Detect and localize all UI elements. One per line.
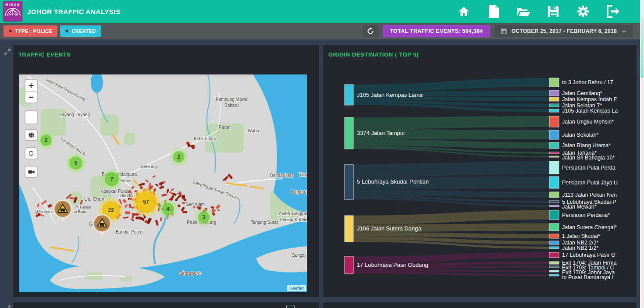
svg-text:Sening & Keleda: Sening & Keleda bbox=[280, 217, 307, 222]
svg-text:4: 4 bbox=[167, 206, 170, 212]
svg-text:Bandar Penawar: Bandar Penawar bbox=[291, 190, 307, 195]
tag-label: CREATED bbox=[72, 28, 96, 34]
origin-destination-title: ORIGIN DESTINATION ( TOP 5) bbox=[328, 51, 419, 58]
map-layers-button[interactable] bbox=[25, 110, 38, 124]
sankey-destination-node[interactable] bbox=[549, 266, 559, 268]
traffic-events-panel: TRAFFIC EVENTS Jalan Kota Tinggi-KluangL… bbox=[13, 45, 319, 297]
filter-tags: × TYPE : POLICE × CREATED bbox=[4, 25, 101, 37]
svg-text:Waha: Waha bbox=[248, 128, 259, 133]
header-actions bbox=[457, 0, 620, 23]
filter-tag-type-police[interactable]: × TYPE : POLICE bbox=[4, 25, 57, 37]
svg-text:m Batu: m Batu bbox=[74, 209, 86, 214]
svg-text:1 Jalan Skudai*: 1 Jalan Skudai* bbox=[562, 233, 600, 239]
svg-text:Tanjung: Tanjung bbox=[299, 172, 307, 177]
svg-text:Ulu Choh: Ulu Choh bbox=[84, 196, 104, 202]
map-circle-select-button[interactable] bbox=[25, 147, 38, 159]
svg-text:Baharu: Baharu bbox=[224, 103, 238, 108]
sankey-destination-node[interactable] bbox=[549, 223, 559, 231]
sankey-destination-node[interactable] bbox=[549, 90, 559, 96]
filter-bar: × TYPE : POLICE × CREATED TOTAL TRAFFIC … bbox=[0, 23, 640, 39]
sankey-destination-node[interactable] bbox=[549, 104, 559, 107]
sankey-source-node[interactable] bbox=[345, 164, 353, 199]
home-icon[interactable] bbox=[457, 4, 471, 18]
date-range-selector[interactable]: OCTOBER 25, 2017 - FEBRUARY 8, 2018 bbox=[495, 25, 633, 37]
sankey-destination-node[interactable] bbox=[549, 97, 559, 101]
map-zoom-in-button[interactable]: + bbox=[25, 79, 38, 91]
sankey-destination-node[interactable] bbox=[549, 205, 559, 207]
svg-text:Pontian: Pontian bbox=[37, 209, 52, 214]
origin-destination-panel: ORIGIN DESTINATION ( TOP 5) J105 Jalan K… bbox=[323, 45, 637, 297]
svg-text:m Nanas: m Nanas bbox=[75, 205, 92, 209]
sankey-destination-node[interactable] bbox=[549, 130, 559, 139]
remove-tag-icon[interactable]: × bbox=[65, 28, 68, 34]
page-scrollbar[interactable] bbox=[640, 0, 644, 308]
map-globe-button[interactable] bbox=[25, 129, 38, 141]
svg-text:Singapore: Singapore bbox=[179, 270, 201, 276]
logout-icon[interactable] bbox=[606, 4, 620, 18]
settings-gear-icon[interactable] bbox=[576, 4, 590, 18]
svg-text:3: 3 bbox=[203, 214, 206, 220]
circle-icon bbox=[28, 150, 35, 157]
save-icon[interactable] bbox=[546, 4, 560, 18]
sankey-destination-node[interactable] bbox=[549, 156, 559, 157]
origin-destination-sankey[interactable]: J105 Jalan Kempas Lama3374 Jalan Tampoi5… bbox=[323, 45, 637, 297]
calendar-icon bbox=[501, 28, 507, 35]
collapse-panel-icon[interactable] bbox=[4, 305, 11, 308]
sankey-source-node[interactable] bbox=[345, 85, 353, 105]
sankey-destination-node[interactable] bbox=[549, 109, 559, 112]
map-canvas[interactable]: Jalan Kota Tinggi-KluangLayang-LayangKam… bbox=[19, 74, 307, 292]
chevron-down-icon bbox=[621, 28, 627, 34]
sankey-source-node[interactable] bbox=[345, 256, 353, 274]
svg-text:Persiaran Pulai Jaya U: Persiaran Pulai Jaya U bbox=[562, 180, 618, 186]
sankey-link[interactable] bbox=[353, 272, 549, 276]
traffic-events-title: TRAFFIC EVENTS bbox=[18, 51, 71, 58]
sankey-destination-node[interactable] bbox=[549, 270, 559, 272]
sankey-link[interactable] bbox=[353, 78, 549, 92]
sankey-link[interactable] bbox=[353, 210, 549, 225]
filter-tag-created[interactable]: × CREATED bbox=[60, 25, 101, 37]
svg-text:2: 2 bbox=[178, 154, 181, 160]
sankey-source-node[interactable] bbox=[345, 216, 353, 242]
refresh-button[interactable] bbox=[363, 25, 378, 37]
sankey-link[interactable] bbox=[353, 161, 549, 177]
filter-bar-right: TOTAL TRAFFIC EVENTS: 504,384 OCTOBER 25… bbox=[363, 25, 633, 37]
sankey-destination-node[interactable] bbox=[549, 161, 559, 174]
sankey-destination-node[interactable] bbox=[549, 152, 559, 154]
sankey-destination-node[interactable] bbox=[549, 201, 559, 203]
sankey-destination-node[interactable] bbox=[549, 210, 559, 219]
traffic-map[interactable]: Jalan Kota Tinggi-KluangLayang-LayangKam… bbox=[19, 74, 307, 292]
sankey-destination-node[interactable] bbox=[549, 247, 559, 249]
svg-text:5: 5 bbox=[75, 160, 78, 166]
svg-text:Jalan NB2 1/2*: Jalan NB2 1/2* bbox=[562, 245, 599, 251]
sankey-destination-node[interactable] bbox=[549, 234, 559, 238]
sankey-destination-node[interactable] bbox=[549, 177, 559, 188]
sankey-destination-node[interactable] bbox=[549, 116, 559, 127]
map-zoom-out-button[interactable]: − bbox=[25, 91, 38, 103]
svg-text:22: 22 bbox=[108, 207, 114, 213]
sankey-destination-node[interactable] bbox=[549, 274, 559, 276]
svg-text:to 3 Johor Bahru / 17: to 3 Johor Bahru / 17 bbox=[562, 79, 613, 85]
svg-text:J105 Jalan Kempas Lama: J105 Jalan Kempas Lama bbox=[357, 92, 423, 98]
remove-tag-icon[interactable]: × bbox=[9, 28, 12, 34]
sankey-source-node[interactable] bbox=[345, 117, 353, 149]
leaflet-attribution[interactable]: Leaflet bbox=[287, 285, 306, 291]
svg-text:Persiaran Perdana*: Persiaran Perdana* bbox=[562, 212, 610, 218]
svg-text:Sungai Rengit: Sungai Rengit bbox=[292, 253, 307, 258]
scrollbar-thumb[interactable] bbox=[640, 18, 644, 78]
panel-mini-button[interactable] bbox=[286, 305, 295, 308]
svg-text:Jalan Kempas Indah F: Jalan Kempas Indah F bbox=[562, 96, 617, 103]
new-file-icon[interactable] bbox=[487, 4, 501, 18]
sankey-link[interactable] bbox=[353, 116, 549, 129]
sankey-destination-node[interactable] bbox=[549, 78, 559, 87]
sankey-destination-node[interactable] bbox=[549, 252, 559, 258]
sankey-destination-node[interactable] bbox=[549, 262, 559, 264]
svg-text:Seelong: Seelong bbox=[141, 164, 157, 169]
collapse-panel-icon[interactable] bbox=[4, 48, 11, 57]
sankey-destination-node[interactable] bbox=[549, 241, 559, 244]
map-camera-button[interactable] bbox=[25, 166, 38, 178]
svg-text:5 Lebuhraya Skudai-Pontian: 5 Lebuhraya Skudai-Pontian bbox=[357, 178, 429, 185]
sankey-destination-node[interactable] bbox=[549, 142, 559, 149]
sankey-destination-node[interactable] bbox=[549, 192, 559, 198]
open-folder-icon[interactable] bbox=[516, 4, 530, 18]
svg-text:to Pusat Bandaraya /: to Pusat Bandaraya / bbox=[562, 274, 613, 280]
